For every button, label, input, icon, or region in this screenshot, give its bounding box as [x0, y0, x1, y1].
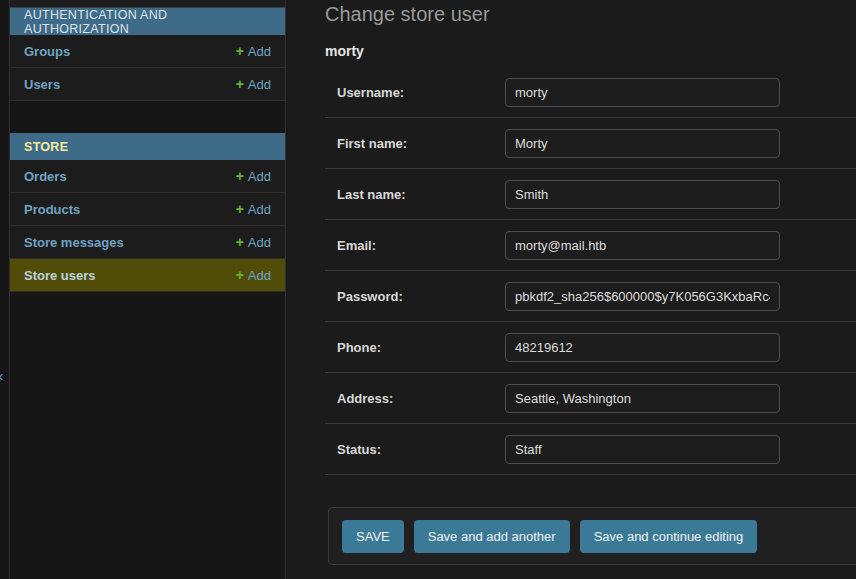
- add-label: Add: [248, 268, 271, 283]
- add-label: Add: [248, 169, 271, 184]
- store-users-add-link[interactable]: + Add: [236, 267, 271, 283]
- first-name-label: First name:: [337, 136, 505, 151]
- sidebar-toggle-strip[interactable]: «: [0, 0, 10, 579]
- main-content: Change store user morty Username: First …: [287, 0, 856, 579]
- plus-icon: +: [236, 267, 244, 283]
- sidebar-item-products[interactable]: Products + Add: [10, 193, 285, 226]
- field-row-email: Email:: [325, 220, 856, 271]
- last-name-input[interactable]: [505, 180, 780, 209]
- module-authentication: AUTHENTICATION AND AUTHORIZATION Groups …: [10, 8, 285, 101]
- users-link[interactable]: Users: [24, 77, 60, 92]
- nav-sidebar: AUTHENTICATION AND AUTHORIZATION Groups …: [10, 0, 286, 579]
- phone-label: Phone:: [337, 340, 505, 355]
- first-name-input[interactable]: [505, 129, 780, 158]
- password-field[interactable]: [505, 282, 780, 311]
- field-row-address: Address:: [325, 373, 856, 424]
- orders-link[interactable]: Orders: [24, 169, 67, 184]
- email-field[interactable]: [505, 231, 780, 260]
- password-label: Password:: [337, 289, 505, 304]
- field-row-password: Password:: [325, 271, 856, 322]
- add-label: Add: [248, 235, 271, 250]
- plus-icon: +: [236, 234, 244, 250]
- sidebar-item-store-messages[interactable]: Store messages + Add: [10, 226, 285, 259]
- status-label: Status:: [337, 442, 505, 457]
- field-row-phone: Phone:: [325, 322, 856, 373]
- field-row-username: Username:: [325, 67, 856, 118]
- module-separator: [10, 101, 285, 133]
- store-messages-link[interactable]: Store messages: [24, 235, 124, 250]
- change-form: Username: First name: Last name: Email: …: [325, 67, 856, 565]
- store-users-link[interactable]: Store users: [24, 268, 96, 283]
- module-caption-auth[interactable]: AUTHENTICATION AND AUTHORIZATION: [10, 8, 285, 35]
- username-label: Username:: [337, 85, 505, 100]
- products-add-link[interactable]: + Add: [236, 201, 271, 217]
- address-input[interactable]: [505, 384, 780, 413]
- field-row-last-name: Last name:: [325, 169, 856, 220]
- add-label: Add: [248, 77, 271, 92]
- sidebar-item-users[interactable]: Users + Add: [10, 68, 285, 101]
- save-add-another-button[interactable]: Save and add another: [414, 520, 570, 553]
- module-caption-store[interactable]: STORE: [10, 133, 285, 160]
- products-link[interactable]: Products: [24, 202, 80, 217]
- add-label: Add: [248, 202, 271, 217]
- status-input[interactable]: [505, 435, 780, 464]
- store-messages-add-link[interactable]: + Add: [236, 234, 271, 250]
- plus-icon: +: [236, 168, 244, 184]
- username-input[interactable]: [505, 78, 780, 107]
- phone-input[interactable]: [505, 333, 780, 362]
- module-store: STORE Orders + Add Products + Add Store …: [10, 133, 285, 292]
- address-label: Address:: [337, 391, 505, 406]
- save-continue-editing-button[interactable]: Save and continue editing: [580, 520, 758, 553]
- groups-link[interactable]: Groups: [24, 44, 70, 59]
- field-row-first-name: First name:: [325, 118, 856, 169]
- last-name-label: Last name:: [337, 187, 505, 202]
- users-add-link[interactable]: + Add: [236, 76, 271, 92]
- plus-icon: +: [236, 76, 244, 92]
- email-label: Email:: [337, 238, 505, 253]
- submit-row: SAVE Save and add another Save and conti…: [328, 507, 856, 565]
- add-label: Add: [248, 44, 271, 59]
- sidebar-collapse-icon[interactable]: «: [0, 368, 3, 383]
- orders-add-link[interactable]: + Add: [236, 168, 271, 184]
- plus-icon: +: [236, 201, 244, 217]
- sidebar-item-store-users[interactable]: Store users + Add: [10, 259, 285, 292]
- plus-icon: +: [236, 43, 244, 59]
- object-name: morty: [325, 43, 856, 60]
- save-button[interactable]: SAVE: [342, 520, 404, 553]
- field-row-status: Status:: [325, 424, 856, 475]
- sidebar-item-groups[interactable]: Groups + Add: [10, 35, 285, 68]
- groups-add-link[interactable]: + Add: [236, 43, 271, 59]
- page-title: Change store user: [325, 0, 856, 27]
- sidebar-item-orders[interactable]: Orders + Add: [10, 160, 285, 193]
